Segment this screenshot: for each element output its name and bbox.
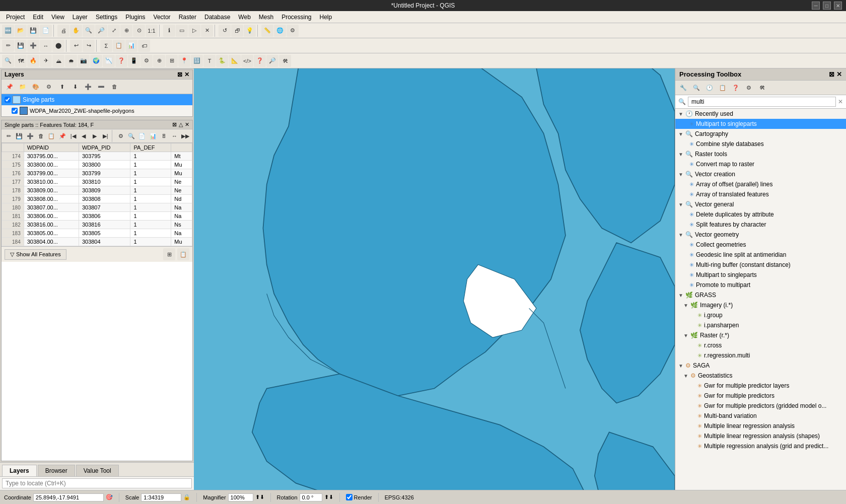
- menu-layer[interactable]: Layer: [68, 13, 92, 22]
- show-tips-btn[interactable]: 💡: [244, 25, 256, 37]
- deselect-btn[interactable]: ✕: [201, 25, 213, 37]
- item-geodesic-line[interactable]: ✳ Geodesic line split at antimeridian: [675, 250, 846, 260]
- nav-next-btn[interactable]: ▶: [90, 130, 100, 142]
- item-array-translated[interactable]: ✳ Array of translated features: [675, 189, 846, 199]
- item-i-group[interactable]: ✳ i.group: [675, 310, 846, 320]
- delete-row-btn[interactable]: 🗑: [36, 130, 46, 142]
- expand-all-btn[interactable]: ➕: [82, 81, 94, 93]
- attr-header-btn1[interactable]: ⊠: [172, 121, 177, 128]
- save-as-btn[interactable]: 📄: [40, 25, 52, 37]
- toolbox-search-input[interactable]: [688, 97, 836, 107]
- group-saga-header[interactable]: ▼ ⚙ SAGA: [675, 361, 846, 371]
- item-multi-band[interactable]: ✳ Multi-band variation: [675, 411, 846, 421]
- render-checkbox[interactable]: [346, 494, 352, 500]
- zoom-selected-btn[interactable]: ⊙: [133, 25, 145, 37]
- zoom-actual-btn[interactable]: 1:1: [146, 25, 158, 37]
- zoom-out-btn[interactable]: 🔎: [95, 25, 107, 37]
- tb-settings-btn[interactable]: 🔍: [690, 82, 702, 94]
- item-i-pansharpen[interactable]: ✳ i.pansharpen: [675, 320, 846, 330]
- tb-close-btn[interactable]: 🛠: [756, 82, 768, 94]
- item-multipart-singleparts[interactable]: ✳ Multipart to singleparts: [675, 119, 846, 129]
- paste-btn[interactable]: 📌: [57, 130, 67, 142]
- item-convert-raster[interactable]: ✳ Convert map to raster: [675, 159, 846, 169]
- table-row[interactable]: 182 303816.00... 303816 1 Ns: [2, 221, 192, 229]
- edit-toggle-btn[interactable]: ✏: [2, 40, 14, 52]
- scale-lock-icon[interactable]: 🔒: [183, 494, 190, 500]
- group-geostat-header[interactable]: ▼ ⚙ Geostatistics: [675, 371, 846, 381]
- measure-btn[interactable]: 📏: [261, 25, 273, 37]
- remove-layer-btn[interactable]: 🗑: [108, 81, 120, 93]
- item-mult-linear-shapes[interactable]: ✳ Multiple linear regression analysis (s…: [675, 431, 846, 441]
- print-layout-btn[interactable]: 🖨: [57, 25, 69, 37]
- select-btn[interactable]: ▷: [188, 25, 200, 37]
- item-gwr-gridded[interactable]: ✳ Gwr for multiple predictors (gridded m…: [675, 401, 846, 411]
- locate-btn[interactable]: 📍: [178, 55, 190, 67]
- toolbox-btn1[interactable]: ⊠: [829, 70, 834, 78]
- menu-vector[interactable]: Vector: [150, 13, 175, 22]
- new-project-btn[interactable]: 🆕: [2, 25, 14, 37]
- scale-input[interactable]: [141, 493, 181, 501]
- refresh-btn[interactable]: ↺: [219, 25, 231, 37]
- table-scroll-area[interactable]: WDPAID WDPA_PID PA_DEF 174 303795.00... …: [2, 143, 192, 246]
- field-calc-btn[interactable]: Σ: [100, 40, 112, 52]
- tb-options-btn[interactable]: ⚙: [743, 82, 755, 94]
- node-tool-btn[interactable]: ⬤: [52, 40, 64, 52]
- bing-btn[interactable]: 🗺: [15, 55, 27, 67]
- table-row[interactable]: 175 303800.00... 303800 1 Mu: [2, 161, 192, 169]
- qfield-btn[interactable]: 📱: [128, 55, 140, 67]
- layer-item-1[interactable]: WDPA_Mar2020_ZWE-shapefile-polygons: [2, 105, 192, 116]
- globe-btn[interactable]: 🌍: [90, 55, 102, 67]
- nav-first-btn[interactable]: |◀: [68, 130, 78, 142]
- tab-browser[interactable]: Browser: [38, 465, 75, 476]
- select-rect-btn[interactable]: ▭: [176, 25, 188, 37]
- tb-refresh-btn[interactable]: 🔧: [677, 82, 689, 94]
- text-btn[interactable]: T: [203, 55, 216, 67]
- move-feature-btn[interactable]: ↔: [40, 40, 52, 52]
- footer-btn1[interactable]: ⊞: [163, 248, 175, 260]
- coordinate-input[interactable]: [33, 493, 104, 501]
- save-table-btn[interactable]: 💾: [14, 130, 24, 142]
- toolbox-btn2[interactable]: ✕: [836, 70, 842, 78]
- qr-btn[interactable]: ⊞: [166, 55, 178, 67]
- filter-sel-btn[interactable]: 🎚: [159, 130, 169, 142]
- menu-settings[interactable]: Settings: [92, 13, 121, 22]
- item-mult-linear-reg[interactable]: ✳ Multiple linear regression analysis: [675, 421, 846, 431]
- menu-plugins[interactable]: Plugins: [121, 13, 149, 22]
- group-raster-r-header[interactable]: ▼ 🌿 Raster (r.*): [675, 330, 846, 340]
- save-edits-btn[interactable]: 💾: [15, 40, 27, 52]
- attr-header-close[interactable]: ✕: [185, 121, 189, 128]
- item-collect-geom[interactable]: ✳ Collect geometries: [675, 240, 846, 250]
- item-mult-regression-grid[interactable]: ✳ Multiple regression analysis (grid and…: [675, 441, 846, 451]
- menu-view[interactable]: View: [47, 13, 68, 22]
- item-delete-duplicates[interactable]: ✳ Delete duplicates by attribute: [675, 209, 846, 220]
- stat-btn[interactable]: 📊: [125, 40, 137, 52]
- menu-raster[interactable]: Raster: [175, 13, 200, 22]
- map-canvas[interactable]: [194, 68, 675, 490]
- table-row[interactable]: 176 303799.00... 303799 1 Mu: [2, 169, 192, 178]
- col-wdpa-pid[interactable]: WDPA_PID: [79, 143, 130, 152]
- magnifier-input[interactable]: [228, 493, 253, 501]
- table-view-btn[interactable]: 📊: [148, 130, 158, 142]
- wms-btn[interactable]: 🌐: [274, 25, 286, 37]
- rotation-arrows[interactable]: ⬆⬇: [324, 494, 333, 500]
- group-raster-tools-header[interactable]: ▼ 🔍 Raster tools: [675, 149, 846, 159]
- open-layer-btn[interactable]: 📌: [4, 81, 16, 93]
- table-row[interactable]: 180 303807.00... 303807 1 Na: [2, 203, 192, 212]
- table-row[interactable]: 179 303808.00... 303808 1 Nd: [2, 195, 192, 203]
- item-array-offset[interactable]: ✳ Array of offset (parallel) lines: [675, 179, 846, 189]
- layers-header-btn2[interactable]: ✕: [184, 71, 189, 78]
- identify-btn[interactable]: ℹ: [163, 25, 175, 37]
- item-gwr-layers[interactable]: ✳ Gwr for multiple predictor layers: [675, 381, 846, 391]
- tools-btn[interactable]: 🛠: [279, 55, 291, 67]
- photo-btn[interactable]: 📷: [78, 55, 90, 67]
- table-row[interactable]: 178 303809.00... 303809 1 Ne: [2, 186, 192, 195]
- open-project-btn[interactable]: 📂: [15, 25, 27, 37]
- clear-search-btn[interactable]: ✕: [838, 98, 843, 105]
- group-grass-header[interactable]: ▼ 🌿 GRASS: [675, 290, 846, 300]
- add-row-btn[interactable]: ➕: [25, 130, 35, 142]
- item-r-regression[interactable]: ✳ r.regression.multi: [675, 350, 846, 361]
- table-row[interactable]: 183 303805.00... 303805 1 Na: [2, 229, 192, 238]
- locate-input[interactable]: [2, 478, 192, 488]
- maximize-button[interactable]: □: [823, 2, 831, 10]
- zoom-in-btn[interactable]: 🔍: [83, 25, 95, 37]
